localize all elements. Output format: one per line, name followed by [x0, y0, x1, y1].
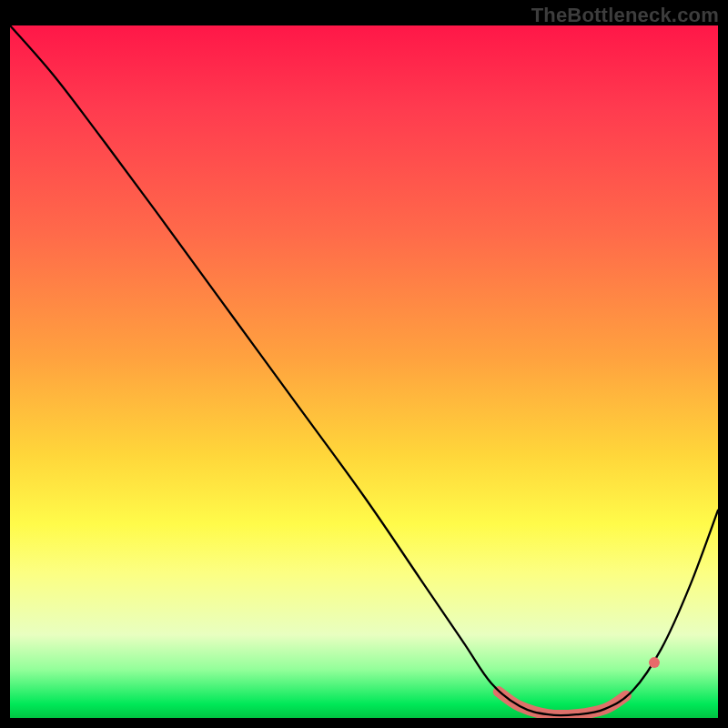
highlight-dot	[649, 657, 660, 668]
chart-stage: TheBottleneck.com	[0, 0, 728, 728]
plot-area-border	[10, 25, 718, 718]
plot-svg	[10, 25, 718, 718]
bottleneck-curve	[10, 25, 718, 715]
curve-highlight-segment	[499, 692, 626, 715]
attribution-label: TheBottleneck.com	[531, 4, 719, 27]
